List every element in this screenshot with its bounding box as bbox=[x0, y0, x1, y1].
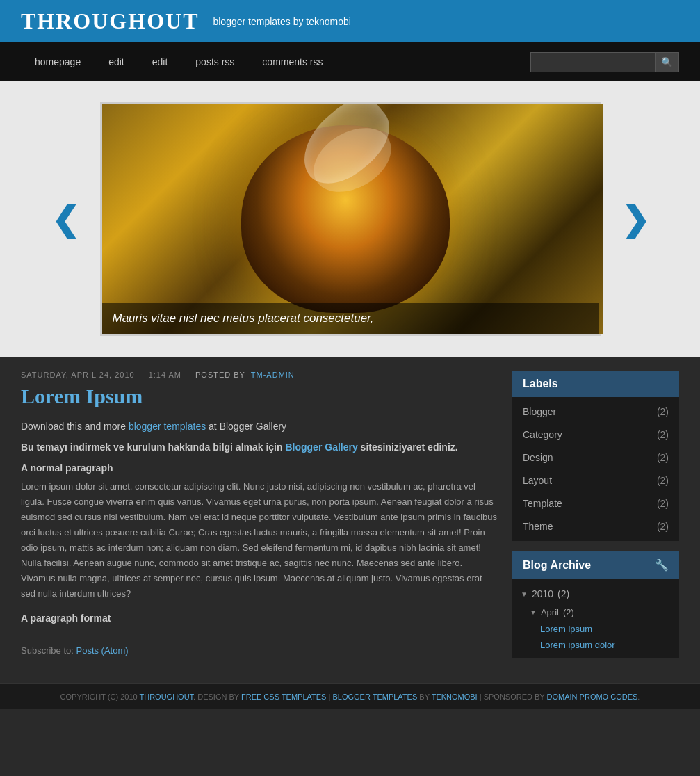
label-count: (2) bbox=[657, 429, 669, 440]
nav-bar: homepage edit edit posts rss comments rs… bbox=[0, 42, 700, 81]
sidebar: Labels Blogger (2) Category (2) Design (… bbox=[512, 371, 679, 669]
label-name: Layout bbox=[523, 475, 552, 486]
label-name: Template bbox=[523, 498, 562, 509]
post-author-label: Posted by TM-Admin bbox=[195, 371, 295, 379]
slide-caption: Mauris vitae nisl nec metus placerat con… bbox=[102, 303, 599, 334]
label-list: Blogger (2) Category (2) Design (2) Layo… bbox=[512, 397, 679, 541]
blogger-templates-link[interactable]: blogger templates bbox=[129, 421, 206, 432]
prev-arrow-button[interactable]: ❮ bbox=[31, 200, 100, 239]
main-section: SATURDAY, APRIL 24, 2010 1:14 AM Posted … bbox=[0, 357, 700, 683]
search-button[interactable]: 🔍 bbox=[656, 52, 679, 72]
site-title: THROUGHOUT bbox=[21, 8, 199, 34]
nav-edit-1[interactable]: edit bbox=[95, 42, 138, 81]
search-input[interactable] bbox=[530, 52, 656, 72]
subscribe-link[interactable]: Posts (Atom) bbox=[76, 645, 129, 656]
archive-month: April bbox=[541, 607, 559, 617]
triangle-down-icon: ▼ bbox=[530, 608, 537, 616]
label-name: Blogger bbox=[523, 406, 556, 417]
nav-edit-2[interactable]: edit bbox=[138, 42, 182, 81]
labels-widget-title: Labels bbox=[512, 371, 679, 397]
label-count: (2) bbox=[657, 521, 669, 532]
label-name: Category bbox=[523, 429, 562, 440]
post-time: 1:14 AM bbox=[149, 371, 181, 379]
archive-widget-header: Blog Archive 🔧 bbox=[512, 551, 679, 579]
footer-blogger-link[interactable]: BLOGGER TEMPLATES bbox=[332, 693, 417, 701]
post-subtitle-1: A normal paragraph bbox=[21, 462, 498, 474]
slide-container: Mauris vitae nisl nec metus placerat con… bbox=[100, 102, 601, 336]
next-arrow-button[interactable]: ❯ bbox=[601, 200, 670, 239]
label-item-template: Template (2) bbox=[512, 492, 679, 515]
site-header: THROUGHOUT blogger templates by teknomob… bbox=[0, 0, 700, 42]
post-intro-2: Bu temayı indirmek ve kurulum hakkında b… bbox=[21, 439, 498, 455]
label-name: Design bbox=[523, 452, 553, 463]
label-item-design: Design (2) bbox=[512, 446, 679, 469]
archive-widget: Blog Archive 🔧 ▼ 2010 (2) ▼ April (2) Lo… bbox=[512, 551, 679, 658]
post-title: Lorem Ipsum bbox=[21, 385, 498, 408]
footer-tekno-link[interactable]: TEKNOMOBI bbox=[432, 693, 478, 701]
archive-year-count: (2) bbox=[557, 588, 569, 599]
wrench-icon[interactable]: 🔧 bbox=[655, 558, 669, 572]
archive-title: Blog Archive bbox=[523, 559, 591, 572]
archive-year: 2010 bbox=[532, 588, 553, 599]
label-item-blogger: Blogger (2) bbox=[512, 401, 679, 423]
label-item-theme: Theme (2) bbox=[512, 515, 679, 537]
blog-post: SATURDAY, APRIL 24, 2010 1:14 AM Posted … bbox=[21, 371, 498, 656]
post-date: SATURDAY, APRIL 24, 2010 bbox=[21, 371, 135, 379]
archive-list: ▼ 2010 (2) ▼ April (2) Lorem ipsum Lorem… bbox=[512, 579, 679, 658]
triangle-down-icon: ▼ bbox=[521, 590, 528, 598]
label-item-category: Category (2) bbox=[512, 423, 679, 446]
nav-search-container: 🔍 bbox=[530, 52, 679, 72]
archive-post-2[interactable]: Lorem ipsum dolor bbox=[512, 637, 679, 653]
site-subtitle: blogger templates by teknomobi bbox=[213, 16, 350, 27]
post-meta: SATURDAY, APRIL 24, 2010 1:14 AM Posted … bbox=[21, 371, 498, 379]
label-name: Theme bbox=[523, 521, 553, 532]
slide-image bbox=[102, 104, 603, 334]
archive-month-april: ▼ April (2) bbox=[512, 604, 679, 621]
nav-posts-rss[interactable]: posts rss bbox=[181, 42, 248, 81]
label-count: (2) bbox=[657, 406, 669, 417]
labels-widget: Labels Blogger (2) Category (2) Design (… bbox=[512, 371, 679, 541]
post-body: Lorem ipsum dolor sit amet, consectetur … bbox=[21, 479, 498, 602]
archive-month-count: (2) bbox=[563, 607, 574, 617]
bee-body bbox=[241, 125, 450, 313]
subscribe-line: Subscribe to: Posts (Atom) bbox=[21, 638, 498, 656]
nav-comments-rss[interactable]: comments rss bbox=[248, 42, 336, 81]
label-count: (2) bbox=[657, 475, 669, 486]
footer-copyright: COPYRIGHT (C) 2010 bbox=[60, 693, 140, 701]
blogger-gallery-link[interactable]: Blogger Gallery bbox=[285, 442, 357, 453]
post-intro-1: Download this and more blogger templates… bbox=[21, 419, 498, 434]
search-icon: 🔍 bbox=[661, 57, 673, 67]
footer-promo-link[interactable]: DOMAIN PROMO CODES bbox=[547, 693, 638, 701]
site-footer: COPYRIGHT (C) 2010 THROUGHOUT. DESIGN BY… bbox=[0, 683, 700, 709]
label-count: (2) bbox=[657, 452, 669, 463]
archive-post-1[interactable]: Lorem ipsum bbox=[512, 621, 679, 637]
footer-design-link[interactable]: FREE CSS TEMPLATES bbox=[241, 693, 326, 701]
label-count: (2) bbox=[657, 498, 669, 509]
nav-homepage[interactable]: homepage bbox=[21, 42, 95, 81]
slideshow-section: ❮ Mauris vitae nisl nec metus placerat c… bbox=[0, 81, 700, 357]
archive-year-2010: ▼ 2010 (2) bbox=[512, 584, 679, 604]
post-subtitle-2: A paragraph format bbox=[21, 613, 498, 624]
label-item-layout: Layout (2) bbox=[512, 469, 679, 492]
footer-site-link[interactable]: THROUGHOUT bbox=[139, 693, 193, 701]
